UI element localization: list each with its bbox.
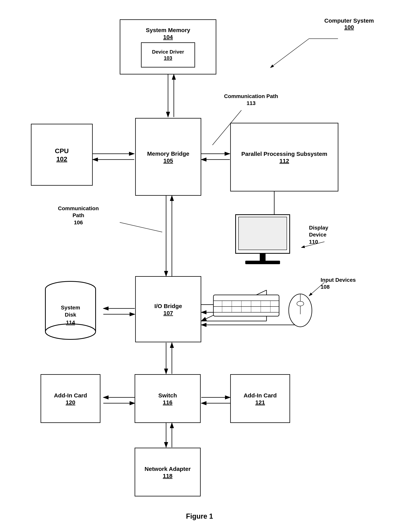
svg-line-30 <box>270 39 309 68</box>
svg-text:114: 114 <box>66 319 75 325</box>
svg-rect-35 <box>260 253 265 261</box>
mouse-icon <box>286 287 315 330</box>
system-memory-box: System Memory 104 Device Driver 103 <box>120 19 216 75</box>
device-driver-number: 103 <box>164 55 172 61</box>
comm-path-106-label: CommunicationPath106 <box>58 205 99 226</box>
display-device-monitor <box>230 213 299 271</box>
parallel-processing-number: 112 <box>279 158 289 164</box>
svg-point-57 <box>297 301 304 306</box>
figure-caption: Figure 1 <box>186 512 213 520</box>
svg-point-41 <box>45 324 96 339</box>
figure-caption-text: Figure 1 <box>186 512 213 520</box>
svg-line-28 <box>120 222 162 232</box>
io-bridge-number: 107 <box>163 310 173 316</box>
device-driver-box: Device Driver 103 <box>141 42 195 68</box>
io-bridge-label: I/O Bridge <box>154 302 182 310</box>
svg-rect-36 <box>245 261 280 264</box>
keyboard-icon <box>212 294 280 317</box>
memory-bridge-box: Memory Bridge 105 <box>135 118 201 196</box>
svg-rect-34 <box>239 217 287 250</box>
switch-box: Switch 116 <box>135 374 201 423</box>
memory-bridge-number: 105 <box>163 158 173 164</box>
comm-path-113-label: Communication Path113 <box>224 93 278 107</box>
add-in-card-120-label: Add-In Card <box>54 392 87 399</box>
cpu-label: CPU <box>55 146 69 155</box>
svg-rect-45 <box>213 295 279 316</box>
memory-bridge-label: Memory Bridge <box>147 150 189 158</box>
network-adapter-label: Network Adapter <box>145 465 191 473</box>
parallel-processing-box: Parallel Processing Subsystem 112 <box>230 123 338 191</box>
switch-number: 116 <box>163 399 172 406</box>
device-driver-label: Device Driver <box>152 49 184 55</box>
system-memory-label: System Memory <box>146 26 190 34</box>
add-in-card-121-box: Add-In Card 121 <box>230 374 290 423</box>
svg-text:Disk: Disk <box>65 312 76 318</box>
system-disk-icon: System Disk 114 <box>41 279 100 345</box>
cpu-box: CPU 102 <box>31 124 93 186</box>
network-adapter-number: 118 <box>163 473 172 479</box>
diagram-container: Computer System 100 System Memory 104 De… <box>0 0 399 532</box>
io-bridge-box: I/O Bridge 107 <box>135 276 201 342</box>
add-in-card-120-number: 120 <box>66 399 75 406</box>
add-in-card-121-number: 121 <box>255 399 265 406</box>
network-adapter-box: Network Adapter 118 <box>135 448 201 496</box>
add-in-card-120-box: Add-In Card 120 <box>41 374 100 423</box>
cs-label-text: Computer System <box>324 17 374 24</box>
display-device-label: DisplayDevice110 <box>309 224 328 245</box>
parallel-processing-label: Parallel Processing Subsystem <box>241 150 327 158</box>
cs-number: 100 <box>344 24 354 30</box>
computer-system-label: Computer System 100 <box>324 17 374 31</box>
svg-text:System: System <box>61 304 80 310</box>
cpu-number: 102 <box>56 155 68 163</box>
add-in-card-121-label: Add-In Card <box>244 392 277 399</box>
input-devices-label: Input Devices108 <box>321 277 356 291</box>
system-memory-number: 104 <box>163 34 173 40</box>
switch-label: Switch <box>158 392 177 399</box>
